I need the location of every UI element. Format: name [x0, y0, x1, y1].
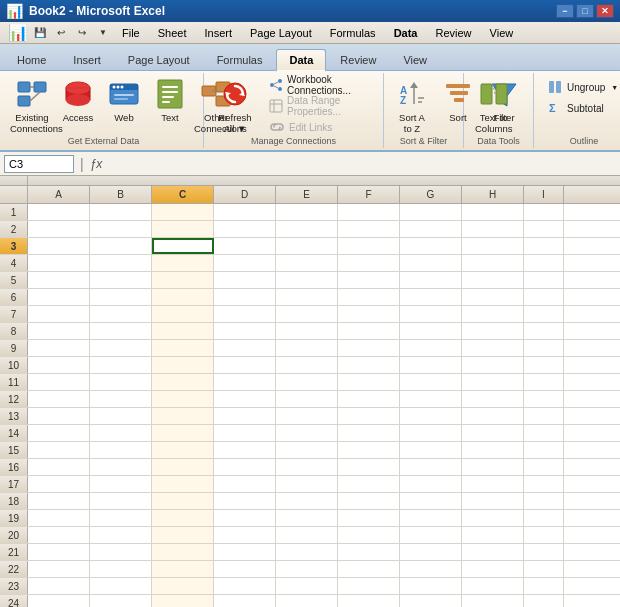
col-header-f[interactable]: F: [338, 186, 400, 203]
text-button[interactable]: Text: [148, 75, 192, 126]
cell-a16[interactable]: [28, 459, 90, 475]
cell-e7[interactable]: [276, 306, 338, 322]
cell-h11[interactable]: [462, 374, 524, 390]
cell-a23[interactable]: [28, 578, 90, 594]
table-row[interactable]: 16: [0, 459, 620, 476]
cell-i13[interactable]: [524, 408, 564, 424]
cell-f14[interactable]: [338, 425, 400, 441]
cell-e18[interactable]: [276, 493, 338, 509]
cell-i10[interactable]: [524, 357, 564, 373]
cell-i20[interactable]: [524, 527, 564, 543]
cell-a10[interactable]: [28, 357, 90, 373]
cell-h2[interactable]: [462, 221, 524, 237]
cell-c12[interactable]: [152, 391, 214, 407]
cell-a24[interactable]: [28, 595, 90, 607]
cell-d8[interactable]: [214, 323, 276, 339]
cell-c20[interactable]: [152, 527, 214, 543]
close-button[interactable]: ✕: [596, 4, 614, 18]
cell-i17[interactable]: [524, 476, 564, 492]
cell-a4[interactable]: [28, 255, 90, 271]
cell-i21[interactable]: [524, 544, 564, 560]
cell-i11[interactable]: [524, 374, 564, 390]
cell-f6[interactable]: [338, 289, 400, 305]
cell-c5[interactable]: [152, 272, 214, 288]
cell-g5[interactable]: [400, 272, 462, 288]
table-row[interactable]: 21: [0, 544, 620, 561]
cell-b16[interactable]: [90, 459, 152, 475]
cell-name-box[interactable]: [4, 155, 74, 173]
edit-links-button[interactable]: Edit Links: [262, 117, 377, 137]
tab-formulas[interactable]: Formulas: [204, 49, 276, 70]
cell-h15[interactable]: [462, 442, 524, 458]
table-row[interactable]: 10: [0, 357, 620, 374]
cell-i8[interactable]: [524, 323, 564, 339]
cell-e15[interactable]: [276, 442, 338, 458]
cell-b15[interactable]: [90, 442, 152, 458]
cell-d9[interactable]: [214, 340, 276, 356]
table-row[interactable]: 13: [0, 408, 620, 425]
web-button[interactable]: Web: [102, 75, 146, 126]
cell-c22[interactable]: [152, 561, 214, 577]
cell-h16[interactable]: [462, 459, 524, 475]
cell-c7[interactable]: [152, 306, 214, 322]
redo-quick-btn[interactable]: ↪: [73, 24, 91, 42]
tab-pagelayout[interactable]: Page Layout: [115, 49, 203, 70]
cell-c16[interactable]: [152, 459, 214, 475]
cell-g21[interactable]: [400, 544, 462, 560]
table-row[interactable]: 15: [0, 442, 620, 459]
cell-c4[interactable]: [152, 255, 214, 271]
cell-g24[interactable]: [400, 595, 462, 607]
cell-c6[interactable]: [152, 289, 214, 305]
cell-b10[interactable]: [90, 357, 152, 373]
cell-i3[interactable]: [524, 238, 564, 254]
table-row[interactable]: 2: [0, 221, 620, 238]
cell-d17[interactable]: [214, 476, 276, 492]
cell-a19[interactable]: [28, 510, 90, 526]
cell-b22[interactable]: [90, 561, 152, 577]
cell-e6[interactable]: [276, 289, 338, 305]
cell-b14[interactable]: [90, 425, 152, 441]
table-row[interactable]: 23: [0, 578, 620, 595]
cell-h22[interactable]: [462, 561, 524, 577]
cell-b8[interactable]: [90, 323, 152, 339]
cell-d11[interactable]: [214, 374, 276, 390]
cell-i15[interactable]: [524, 442, 564, 458]
minimize-button[interactable]: −: [556, 4, 574, 18]
cell-b19[interactable]: [90, 510, 152, 526]
data-range-properties-button[interactable]: Data Range Properties...: [262, 96, 377, 116]
cell-a22[interactable]: [28, 561, 90, 577]
cell-a21[interactable]: [28, 544, 90, 560]
cell-i24[interactable]: [524, 595, 564, 607]
menu-insert[interactable]: Insert: [196, 25, 240, 41]
tab-insert[interactable]: Insert: [60, 49, 114, 70]
cell-a20[interactable]: [28, 527, 90, 543]
cell-e2[interactable]: [276, 221, 338, 237]
cell-i12[interactable]: [524, 391, 564, 407]
cell-b23[interactable]: [90, 578, 152, 594]
cell-c8[interactable]: [152, 323, 214, 339]
cell-f7[interactable]: [338, 306, 400, 322]
table-row[interactable]: 17: [0, 476, 620, 493]
ungroup-button[interactable]: Ungroup ▼: [540, 77, 620, 97]
cell-h9[interactable]: [462, 340, 524, 356]
cell-b7[interactable]: [90, 306, 152, 322]
cell-b9[interactable]: [90, 340, 152, 356]
cell-g14[interactable]: [400, 425, 462, 441]
cell-e3[interactable]: [276, 238, 338, 254]
cell-f10[interactable]: [338, 357, 400, 373]
menu-sheet[interactable]: Sheet: [150, 25, 195, 41]
cell-i23[interactable]: [524, 578, 564, 594]
cell-b3[interactable]: [90, 238, 152, 254]
cell-g12[interactable]: [400, 391, 462, 407]
cell-c23[interactable]: [152, 578, 214, 594]
cell-c9[interactable]: [152, 340, 214, 356]
cell-g16[interactable]: [400, 459, 462, 475]
cell-i16[interactable]: [524, 459, 564, 475]
cell-e16[interactable]: [276, 459, 338, 475]
cell-c2[interactable]: [152, 221, 214, 237]
cell-e9[interactable]: [276, 340, 338, 356]
table-row[interactable]: 12: [0, 391, 620, 408]
cell-d6[interactable]: [214, 289, 276, 305]
cell-b5[interactable]: [90, 272, 152, 288]
cell-e14[interactable]: [276, 425, 338, 441]
